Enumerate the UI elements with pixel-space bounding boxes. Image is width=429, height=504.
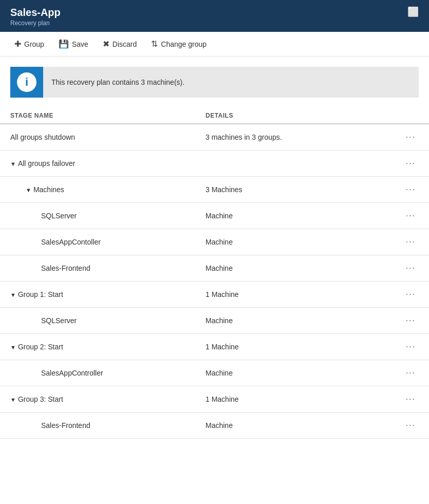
table-row: SQLServerMachine··· xyxy=(0,308,429,334)
row-details-cell: 1 Machine xyxy=(195,386,393,413)
row-actions-cell: ··· xyxy=(393,255,429,282)
row-actions-cell: ··· xyxy=(393,413,429,439)
table-row: SalesAppContollerMachine··· xyxy=(0,229,429,255)
row-name-text: Sales-Frontend xyxy=(41,421,90,430)
change-group-button[interactable]: ⇅ Change group xyxy=(145,36,213,52)
row-more-button[interactable]: ··· xyxy=(403,158,419,169)
app-subtitle: Recovery plan xyxy=(10,20,61,27)
row-more-button[interactable]: ··· xyxy=(403,236,419,248)
row-name-text: Group 1: Start xyxy=(18,290,63,298)
row-name-text: SalesAppContoller xyxy=(41,238,101,246)
window-icon[interactable]: ⬜ xyxy=(407,6,419,17)
row-name-text: Machines xyxy=(33,185,64,194)
row-actions-cell: ··· xyxy=(393,282,429,308)
row-name-text: Group 3: Start xyxy=(18,395,63,403)
row-name-cell: ▼ All groups failover xyxy=(0,151,195,177)
row-more-button[interactable]: ··· xyxy=(403,420,419,431)
row-details-cell: 3 Machines xyxy=(195,177,393,203)
row-actions-cell: ··· xyxy=(393,124,429,151)
row-name-cell: ▼ Group 3: Start xyxy=(0,386,195,413)
info-text: This recovery plan contains 3 machine(s)… xyxy=(43,73,193,91)
row-more-button[interactable]: ··· xyxy=(403,132,419,143)
row-more-button[interactable]: ··· xyxy=(403,394,419,405)
row-more-button[interactable]: ··· xyxy=(403,263,419,274)
row-name-cell: SalesAppController xyxy=(0,360,195,386)
row-actions-cell: ··· xyxy=(393,177,429,203)
row-details-cell: Machine xyxy=(195,308,393,334)
table-row: ▼ All groups failover··· xyxy=(0,151,429,177)
col-header-details: DETAILS xyxy=(195,108,393,124)
table-row: Sales-FrontendMachine··· xyxy=(0,413,429,439)
row-more-button[interactable]: ··· xyxy=(403,315,419,326)
table-row: ▼ Machines3 Machines··· xyxy=(0,177,429,203)
row-more-button[interactable]: ··· xyxy=(403,184,419,195)
row-more-button[interactable]: ··· xyxy=(403,289,419,300)
row-details-cell xyxy=(195,151,393,177)
info-banner: i This recovery plan contains 3 machine(… xyxy=(10,67,419,98)
change-group-label: Change group xyxy=(161,40,207,48)
row-name-text: All groups failover xyxy=(18,159,75,167)
row-actions-cell: ··· xyxy=(393,386,429,413)
row-name-cell: SalesAppContoller xyxy=(0,229,195,255)
save-button[interactable]: 💾 Save xyxy=(52,36,95,52)
row-name-cell: ▼ Machines xyxy=(0,177,195,203)
row-details-cell: 1 Machine xyxy=(195,282,393,308)
row-name-cell: ▼ Group 2: Start xyxy=(0,334,195,360)
discard-label: Discard xyxy=(113,40,137,48)
toolbar: ✚ Group 💾 Save ✖ Discard ⇅ Change group xyxy=(0,32,429,57)
group-button[interactable]: ✚ Group xyxy=(8,36,50,52)
row-name-text: SQLServer xyxy=(41,212,77,220)
col-header-actions xyxy=(393,108,429,124)
table-row: SalesAppControllerMachine··· xyxy=(0,360,429,386)
table-row: SQLServerMachine··· xyxy=(0,203,429,229)
row-name-cell: SQLServer xyxy=(0,308,195,334)
stage-table: STAGE NAME DETAILS All groups shutdown3 … xyxy=(0,108,429,439)
chevron-icon: ▼ xyxy=(10,344,16,350)
col-header-stage-name: STAGE NAME xyxy=(0,108,195,124)
row-name-text: SQLServer xyxy=(41,316,77,325)
row-name-cell: ▼ Group 1: Start xyxy=(0,282,195,308)
row-name-cell: SQLServer xyxy=(0,203,195,229)
table-row: ▼ Group 1: Start1 Machine··· xyxy=(0,282,429,308)
row-actions-cell: ··· xyxy=(393,334,429,360)
chevron-icon: ▼ xyxy=(10,397,16,403)
row-more-button[interactable]: ··· xyxy=(403,341,419,352)
row-name-text: SalesAppController xyxy=(41,369,103,377)
row-actions-cell: ··· xyxy=(393,360,429,386)
table-row: ▼ Group 3: Start1 Machine··· xyxy=(0,386,429,413)
row-actions-cell: ··· xyxy=(393,151,429,177)
row-actions-cell: ··· xyxy=(393,308,429,334)
chevron-icon: ▼ xyxy=(10,292,16,298)
row-details-cell: Machine xyxy=(195,413,393,439)
row-more-button[interactable]: ··· xyxy=(403,210,419,221)
row-details-cell: 3 machines in 3 groups. xyxy=(195,124,393,151)
row-name-cell: Sales-Frontend xyxy=(0,413,195,439)
chevron-icon: ▼ xyxy=(26,187,31,193)
row-details-cell: Machine xyxy=(195,255,393,282)
row-actions-cell: ··· xyxy=(393,203,429,229)
row-name-text: All groups shutdown xyxy=(10,133,75,141)
row-name-text: Group 2: Start xyxy=(18,343,63,351)
row-actions-cell: ··· xyxy=(393,229,429,255)
info-icon-box: i xyxy=(10,67,43,98)
row-more-button[interactable]: ··· xyxy=(403,367,419,379)
save-icon: 💾 xyxy=(59,39,69,49)
chevron-icon: ▼ xyxy=(10,161,16,167)
row-details-cell: Machine xyxy=(195,229,393,255)
discard-icon: ✖ xyxy=(103,39,109,49)
table-row: Sales-FrontendMachine··· xyxy=(0,255,429,282)
app-header: Sales-App Recovery plan ⬜ xyxy=(0,0,429,32)
plus-icon: ✚ xyxy=(14,39,21,49)
row-details-cell: Machine xyxy=(195,360,393,386)
row-name-text: Sales-Frontend xyxy=(41,264,90,272)
discard-button[interactable]: ✖ Discard xyxy=(97,36,143,52)
group-label: Group xyxy=(24,40,44,48)
row-name-cell: Sales-Frontend xyxy=(0,255,195,282)
row-name-cell: All groups shutdown xyxy=(0,124,195,151)
table-row: ▼ Group 2: Start1 Machine··· xyxy=(0,334,429,360)
row-details-cell: 1 Machine xyxy=(195,334,393,360)
app-title: Sales-App xyxy=(10,6,61,18)
save-label: Save xyxy=(72,40,88,48)
row-details-cell: Machine xyxy=(195,203,393,229)
info-icon: i xyxy=(17,72,36,92)
